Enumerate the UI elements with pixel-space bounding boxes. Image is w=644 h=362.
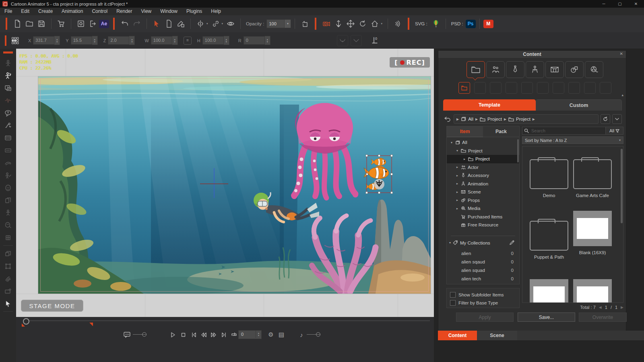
frame-number-value[interactable]: 0 bbox=[239, 331, 256, 339]
transform-grid-icon[interactable] bbox=[4, 231, 12, 244]
save-button[interactable]: Save... bbox=[518, 313, 575, 322]
tree-item-animation[interactable]: ▸Animation bbox=[447, 180, 519, 188]
content-item-partial[interactable] bbox=[528, 279, 570, 303]
tree-item-accessory[interactable]: ▸Accessory bbox=[447, 171, 519, 180]
audio-wave-icon[interactable] bbox=[4, 94, 12, 107]
face-key-icon[interactable] bbox=[4, 219, 12, 231]
sort-dropdown[interactable]: Sort by Name : A to Z ▾ bbox=[522, 136, 623, 144]
layer-swoosh-icon[interactable] bbox=[4, 156, 12, 169]
category-accessory-button[interactable] bbox=[506, 61, 524, 78]
tree-item-actor[interactable]: ▸Actor bbox=[447, 163, 519, 172]
favorite-slot-empty[interactable] bbox=[600, 82, 611, 94]
category-animation-button[interactable] bbox=[526, 61, 544, 78]
tree-label[interactable]: Free Resource bbox=[468, 222, 498, 227]
z-spinner[interactable]: ▲▼ bbox=[129, 36, 135, 45]
collection-name[interactable]: alien bbox=[461, 251, 471, 256]
r-input[interactable]: 0 bbox=[244, 36, 265, 45]
tree-item-project-sub[interactable]: ▸Project bbox=[447, 155, 519, 163]
r-spinner[interactable]: ▲▼ bbox=[265, 36, 270, 45]
tree-label[interactable]: Media bbox=[468, 206, 480, 211]
folder-thumbnail[interactable] bbox=[573, 159, 612, 189]
rotate-tool-button[interactable] bbox=[357, 18, 369, 30]
cursor-select-icon[interactable] bbox=[4, 297, 12, 310]
caret-right-icon[interactable]: ▶ bbox=[504, 117, 506, 121]
camera-button[interactable] bbox=[320, 18, 332, 30]
content-item-demo[interactable]: Demo bbox=[528, 159, 570, 198]
content-grid[interactable]: Demo Game Arts Cafe Puppet & Path Blank … bbox=[522, 146, 623, 303]
timeline-list-icon[interactable]: ▤ bbox=[277, 330, 286, 339]
blank-document-button[interactable] bbox=[163, 18, 175, 30]
back-icon[interactable] bbox=[443, 116, 451, 122]
select-tool-icon[interactable] bbox=[151, 18, 163, 30]
expand-icon[interactable]: ▸ bbox=[463, 157, 466, 161]
content-item-puppet-path[interactable]: Puppet & Path bbox=[528, 221, 570, 259]
link-wh-button[interactable]: = bbox=[184, 37, 192, 45]
curve-smooth-button[interactable] bbox=[337, 35, 348, 46]
underwater-scene[interactable] bbox=[38, 76, 431, 294]
svg-import-balloon-icon[interactable] bbox=[430, 18, 442, 30]
tab-content[interactable]: Content bbox=[438, 331, 477, 340]
content-store-button[interactable] bbox=[55, 18, 67, 30]
h-spinner[interactable]: ▲▼ bbox=[224, 36, 229, 45]
grid-scrollbar[interactable] bbox=[621, 149, 623, 223]
loop-button[interactable] bbox=[229, 330, 238, 339]
collection-row[interactable]: alien sqaud0 bbox=[447, 257, 519, 266]
open-project-button[interactable] bbox=[23, 18, 35, 30]
cards-icon[interactable] bbox=[4, 194, 12, 206]
favorite-slot-empty[interactable] bbox=[584, 82, 596, 94]
tree-item-project[interactable]: ▾Project bbox=[447, 147, 519, 155]
menu-render[interactable]: Render bbox=[112, 8, 136, 15]
play-button[interactable] bbox=[168, 330, 177, 339]
favorite-slot-project[interactable] bbox=[458, 82, 470, 94]
mesh-warp-icon[interactable] bbox=[4, 260, 12, 272]
breadcrumb-project-2[interactable]: Project bbox=[516, 117, 530, 121]
tab-item[interactable]: Item bbox=[447, 126, 483, 137]
tree-item-scene[interactable]: ▸Scene bbox=[447, 188, 519, 196]
new-project-button[interactable] bbox=[11, 18, 23, 30]
tab-template[interactable]: Template bbox=[443, 99, 536, 111]
anchor-badge[interactable] bbox=[374, 179, 384, 189]
skeleton-bone-icon[interactable] bbox=[4, 206, 12, 219]
my-collections-label[interactable]: My Collections bbox=[460, 241, 490, 245]
menu-help[interactable]: Help bbox=[206, 8, 225, 15]
collapse-panel-chevron-icon[interactable]: ▴ bbox=[621, 93, 623, 97]
render-style-button[interactable] bbox=[175, 18, 187, 30]
media-import-icon[interactable] bbox=[4, 82, 12, 94]
folder-thumbnail[interactable] bbox=[530, 221, 568, 251]
opacity-combo[interactable]: 100 ▾ bbox=[266, 19, 291, 28]
blank-project-thumbnail[interactable] bbox=[530, 279, 568, 303]
x-input[interactable]: 331.7 bbox=[33, 36, 54, 45]
range-marker-end[interactable] bbox=[89, 323, 93, 326]
my-collections-header[interactable]: ▾ My Collections bbox=[449, 240, 518, 245]
menu-window[interactable]: Window bbox=[156, 8, 182, 15]
tree-item-free-resource[interactable]: Free Resource bbox=[447, 221, 519, 229]
range-marker-start[interactable] bbox=[22, 323, 25, 327]
collapse-browser-button[interactable] bbox=[612, 114, 622, 124]
collection-name[interactable]: alien sqaud bbox=[461, 259, 485, 264]
show-subfolder-checkbox-row[interactable]: Show Subfolder Items bbox=[450, 291, 519, 299]
page-prev-icon[interactable]: ◀ bbox=[599, 305, 602, 309]
frame-spinner[interactable]: ▲▼ bbox=[256, 331, 261, 338]
tab-custom[interactable]: Custom bbox=[536, 99, 622, 111]
breadcrumb-root[interactable]: All bbox=[468, 117, 473, 121]
stop-button[interactable] bbox=[179, 330, 188, 339]
x-spinner[interactable]: ▲▼ bbox=[54, 36, 60, 45]
expand-icon[interactable]: ▸ bbox=[456, 182, 459, 185]
stage-workspace[interactable]: FPS : 0.00, AVG : 0.00RAM : 2422MBCPU : … bbox=[16, 49, 434, 317]
favorite-slot-empty[interactable] bbox=[490, 82, 502, 94]
tree-label[interactable]: Project bbox=[468, 148, 483, 153]
search-box[interactable] bbox=[522, 127, 606, 135]
blank-project-thumbnail[interactable] bbox=[573, 211, 612, 246]
menu-view[interactable]: View bbox=[136, 8, 156, 15]
tab-scene[interactable]: Scene bbox=[477, 331, 517, 340]
content-item-blank-16x9[interactable]: Blank (16X9) bbox=[572, 211, 613, 255]
expand-icon[interactable]: ▾ bbox=[449, 241, 451, 245]
breadcrumb-project[interactable]: Project bbox=[487, 117, 502, 121]
menu-control[interactable]: Control bbox=[87, 8, 112, 15]
tree-scrollbar[interactable] bbox=[517, 139, 519, 162]
collection-row[interactable]: alien0 bbox=[447, 249, 519, 257]
expand-icon[interactable]: ▸ bbox=[456, 190, 459, 194]
tree-label[interactable]: Project bbox=[475, 156, 490, 161]
favorite-slot-empty[interactable] bbox=[537, 82, 549, 94]
moho-badge[interactable]: M bbox=[483, 20, 493, 28]
